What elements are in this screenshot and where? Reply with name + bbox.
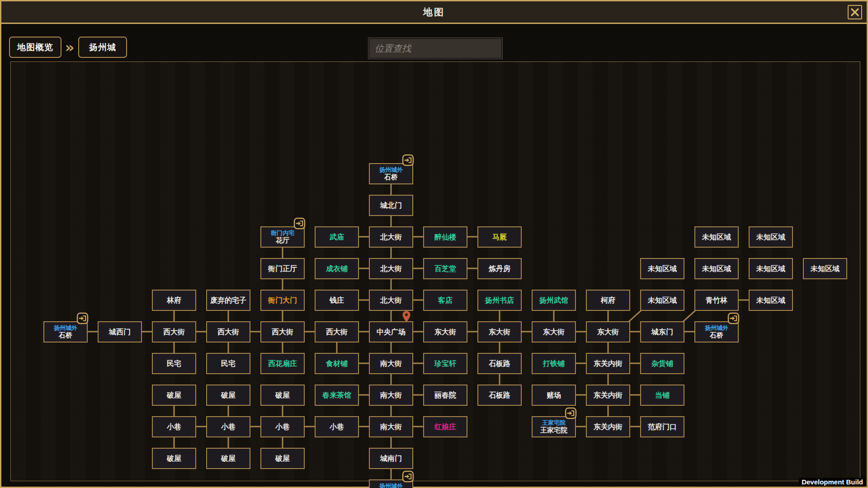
map-node-casino[interactable]: 赌场 <box>532 385 576 406</box>
map-node-baizhitang[interactable]: 百芝堂 <box>423 258 467 279</box>
map-node-shack-5[interactable]: 破屋 <box>206 448 250 469</box>
map-node-south-st-1[interactable]: 南大街 <box>369 353 413 374</box>
exit-icon[interactable] <box>565 407 577 419</box>
exit-icon[interactable] <box>402 470 414 483</box>
exit-icon[interactable] <box>76 312 89 324</box>
node-label: 未知区域 <box>702 264 731 273</box>
map-node-west-st-3[interactable]: 西大街 <box>260 321 305 343</box>
node-label: 破屋 <box>221 391 236 399</box>
map-node-stone-road-2[interactable]: 石板路 <box>477 385 522 406</box>
map-node-unknown-2[interactable]: 未知区域 <box>749 226 793 248</box>
map-node-alley-1[interactable]: 小巷 <box>152 416 196 437</box>
map-node-central-plaza[interactable]: 中央广场 <box>369 321 413 343</box>
map-node-north-st-2[interactable]: 北大街 <box>369 258 413 279</box>
map-node-west-st-4[interactable]: 西大街 <box>315 321 359 343</box>
map-node-south-st-3[interactable]: 南大街 <box>369 416 413 437</box>
close-icon <box>850 8 859 17</box>
node-label: 杂货铺 <box>651 359 673 368</box>
map-node-yamen-inner-hall[interactable]: 衙门内宅花厅 <box>260 226 305 248</box>
map-node-lichun-house[interactable]: 丽春院 <box>423 385 467 406</box>
map-node-alley-4[interactable]: 小巷 <box>315 416 359 437</box>
close-button[interactable] <box>848 5 862 19</box>
map-node-ke-manor[interactable]: 柯府 <box>586 290 630 311</box>
exit-icon[interactable] <box>727 312 740 324</box>
map-node-west-st-1[interactable]: 西大街 <box>152 321 196 343</box>
map-node-unknown-7[interactable]: 未知区域 <box>640 290 684 311</box>
breadcrumb-current-city-button[interactable]: 扬州城 <box>78 37 127 58</box>
map-node-west-st-2[interactable]: 西大街 <box>206 321 250 343</box>
map-node-bookstore[interactable]: 扬州书店 <box>477 290 522 311</box>
map-node-bamboo-grove[interactable]: 青竹林 <box>694 290 739 311</box>
location-search-input[interactable] <box>368 38 502 59</box>
map-node-alchemy-room[interactable]: 炼丹房 <box>477 258 522 279</box>
map-node-unknown-3[interactable]: 未知区域 <box>640 258 684 279</box>
node-label: 衙门正厅 <box>268 264 297 273</box>
map-node-house-1[interactable]: 民宅 <box>152 353 196 374</box>
map-node-east-gate[interactable]: 城东门 <box>640 321 684 343</box>
map-node-zuixian-tower[interactable]: 醉仙楼 <box>423 226 467 248</box>
breadcrumb-chevron-icon: » <box>62 37 77 58</box>
map-node-south-st-2[interactable]: 南大街 <box>369 385 413 406</box>
map-node-blacksmith[interactable]: 打铁铺 <box>532 353 576 374</box>
map-node-inn[interactable]: 客店 <box>423 290 467 311</box>
map-node-lin-manor[interactable]: 林府 <box>152 290 196 311</box>
map-node-south-gate[interactable]: 城南门 <box>369 448 413 469</box>
map-node-yamen-main-hall[interactable]: 衙门正厅 <box>260 258 305 279</box>
map-node-shack-6[interactable]: 破屋 <box>260 448 305 469</box>
node-label: 扬州书店 <box>485 296 514 305</box>
map-node-unknown-4[interactable]: 未知区域 <box>694 258 739 279</box>
map-node-money-exchange[interactable]: 钱庄 <box>315 290 359 311</box>
map-node-clothes-shop[interactable]: 成衣铺 <box>315 258 359 279</box>
exit-icon[interactable] <box>293 217 306 230</box>
map-node-bridge-north[interactable]: 扬州城外石桥 <box>369 163 413 184</box>
map-node-grocery[interactable]: 杂货铺 <box>640 353 684 374</box>
map-node-alley-3[interactable]: 小巷 <box>260 416 305 437</box>
map-node-east-st-4[interactable]: 东大街 <box>586 321 630 343</box>
map-node-shack-3[interactable]: 破屋 <box>260 385 305 406</box>
map-node-wu-temple[interactable]: 武庙 <box>315 226 359 248</box>
map-node-bridge-west[interactable]: 扬州城外石桥 <box>43 321 88 343</box>
map-node-teahouse[interactable]: 春来茶馆 <box>315 385 359 406</box>
map-node-north-st-3[interactable]: 北大街 <box>369 290 413 311</box>
map-node-dongguan-st-2[interactable]: 东关内街 <box>586 385 630 406</box>
breadcrumb-map-overview-button[interactable]: 地图概览 <box>9 37 61 58</box>
map-node-east-st-1[interactable]: 东大街 <box>423 321 467 343</box>
node-label: 石桥 <box>710 331 723 339</box>
map-node-dongguan-st-3[interactable]: 东关内街 <box>586 416 630 437</box>
node-label: 醉仙楼 <box>434 233 456 241</box>
map-node-house-2[interactable]: 民宅 <box>206 353 250 374</box>
map-node-graph: 扬州城外石桥城北门衙门内宅花厅武庙北大街醉仙楼马厩未知区域未知区域衙门正厅成衣铺… <box>11 62 860 481</box>
map-node-east-st-2[interactable]: 东大街 <box>477 321 522 343</box>
map-node-hongniang-manor[interactable]: 红娘庄 <box>423 416 467 437</box>
map-node-shack-4[interactable]: 破屋 <box>152 448 196 469</box>
map-node-unknown-6[interactable]: 未知区域 <box>803 258 847 279</box>
map-node-abandoned-house[interactable]: 废弃的宅子 <box>206 290 250 311</box>
map-node-bridge-east[interactable]: 扬州城外石桥 <box>694 321 739 343</box>
exit-icon[interactable] <box>402 154 414 166</box>
node-label: 珍宝轩 <box>434 359 456 368</box>
map-node-north-st-1[interactable]: 北大街 <box>369 226 413 248</box>
map-node-unknown-8[interactable]: 未知区域 <box>749 290 793 311</box>
map-node-fan-shop[interactable]: 西花扇庄 <box>260 353 305 374</box>
map-node-shack-1[interactable]: 破屋 <box>152 385 196 406</box>
map-node-food-shop[interactable]: 食材铺 <box>315 353 359 374</box>
map-node-west-gate[interactable]: 城西门 <box>98 321 142 343</box>
map-node-treasure-shop[interactable]: 珍宝轩 <box>423 353 467 374</box>
node-label: 未知区域 <box>756 264 785 273</box>
map-node-wang-residence[interactable]: 王家宅院王家宅院 <box>532 416 576 437</box>
map-node-north-gate[interactable]: 城北门 <box>369 195 413 216</box>
map-node-fan-manor-gate[interactable]: 范府门口 <box>640 416 684 437</box>
map-node-east-st-3[interactable]: 东大街 <box>532 321 576 343</box>
node-label: 中央广场 <box>377 328 406 336</box>
map-node-stable[interactable]: 马厩 <box>477 226 522 248</box>
map-node-stone-road-1[interactable]: 石板路 <box>477 353 522 374</box>
map-node-alley-2[interactable]: 小巷 <box>206 416 250 437</box>
map-node-martial-school[interactable]: 扬州武馆 <box>532 290 576 311</box>
map-node-pawnshop[interactable]: 当铺 <box>640 385 684 406</box>
map-node-bridge-south[interactable]: 扬州城外石桥 <box>369 479 413 488</box>
map-node-dongguan-st-1[interactable]: 东关内街 <box>586 353 630 374</box>
map-node-unknown-5[interactable]: 未知区域 <box>749 258 793 279</box>
map-node-yamen-gate[interactable]: 衙门大门 <box>260 290 305 311</box>
map-node-unknown-1[interactable]: 未知区域 <box>694 226 739 248</box>
map-node-shack-2[interactable]: 破屋 <box>206 385 250 406</box>
